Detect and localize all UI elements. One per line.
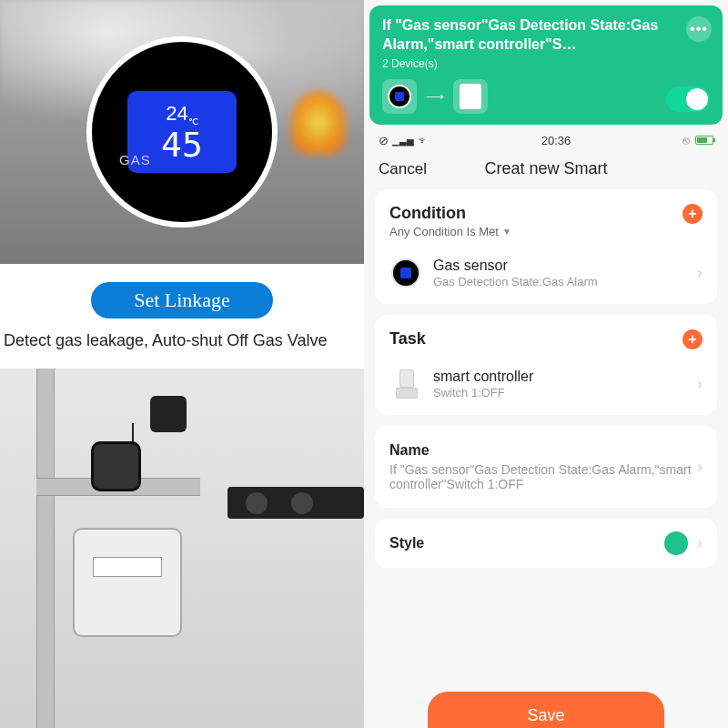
controller-icon: [389, 368, 422, 400]
condition-item[interactable]: Gas sensor Gas Detection State:Gas Alarm…: [389, 251, 703, 289]
add-condition-button[interactable]: +: [682, 204, 703, 224]
flame-bg: [291, 91, 346, 155]
condition-item-detail: Gas Detection State:Gas Alarm: [433, 275, 686, 288]
link-arrow-icon: ⟶: [426, 89, 444, 104]
status-time: 20:36: [541, 134, 571, 147]
nav-title: Creat new Smart: [484, 159, 607, 178]
set-linkage-button[interactable]: Set Linkage: [91, 282, 273, 318]
task-item-detail: Switch 1:OFF: [433, 386, 686, 399]
condition-mode-label: Any Condition Is Met: [389, 225, 499, 238]
pipe-vertical: [36, 369, 55, 728]
condition-mode-selector[interactable]: Any Condition Is Met ▼: [389, 225, 511, 238]
gas-reading: 45: [161, 127, 203, 162]
task-card: Task + smart controller Switch 1:OFF ›: [375, 315, 717, 415]
banner-sensor-icon: [382, 79, 417, 114]
style-row[interactable]: Style ›: [375, 519, 717, 568]
signal-icon: ▁▃▅: [392, 136, 414, 146]
automation-toggle[interactable]: [666, 86, 710, 112]
style-color-swatch: [664, 531, 688, 555]
name-value: If "Gas sensor"Gas Detection State:Gas A…: [389, 462, 697, 491]
condition-card: Condition Any Condition Is Met ▼ + Gas s…: [375, 189, 717, 304]
chevron-right-icon: ›: [697, 458, 703, 476]
name-row[interactable]: Name If "Gas sensor"Gas Detection State:…: [375, 426, 717, 508]
caption-text: Detect gas leakage, Auto-shut Off Gas Va…: [0, 331, 364, 350]
banner-device-row: ⟶: [382, 79, 710, 114]
valve-actuator: [91, 441, 141, 491]
automation-banner[interactable]: If "Gas sensor"Gas Detection State:Gas A…: [369, 5, 723, 125]
stove: [228, 487, 364, 519]
chevron-right-icon: ›: [697, 534, 703, 552]
style-label: Style: [389, 535, 424, 551]
chevron-right-icon: ›: [697, 375, 703, 393]
gas-sensor-icon: [389, 257, 422, 289]
gas-meter: [73, 528, 182, 637]
banner-title: If "Gas sensor"Gas Detection State:Gas A…: [382, 16, 710, 55]
condition-item-name: Gas sensor: [433, 258, 686, 274]
installation-scene: [0, 369, 364, 728]
task-item[interactable]: smart controller Switch 1:OFF ›: [389, 362, 703, 400]
save-button[interactable]: Save: [428, 692, 664, 728]
banner-subtitle: 2 Device(s): [382, 57, 710, 70]
add-task-button[interactable]: +: [682, 329, 703, 349]
wifi-icon: ᯤ: [418, 134, 430, 147]
save-bar: Save: [364, 686, 728, 728]
task-item-name: smart controller: [433, 369, 686, 385]
app-screen: If "Gas sensor"Gas Detection State:Gas A…: [364, 0, 728, 728]
name-label: Name: [389, 442, 697, 459]
gas-label: GAS: [119, 152, 151, 167]
chevron-right-icon: ›: [697, 264, 703, 282]
more-icon[interactable]: •••: [686, 16, 712, 42]
temp-number: 24: [166, 102, 187, 125]
product-hero: 24℃ 45 GAS: [0, 0, 364, 264]
task-title: Task: [389, 329, 426, 349]
wall-plug: [150, 396, 187, 432]
condition-title: Condition: [389, 204, 511, 223]
toggle-knob: [686, 88, 708, 110]
battery-icon: [695, 136, 713, 145]
status-bar: ⊘ ▁▃▅ ᯤ 20:36 ⎋: [364, 125, 728, 157]
gas-sensor-device: 24℃ 45 GAS: [86, 36, 278, 228]
chevron-down-icon: ▼: [502, 227, 511, 237]
banner-controller-icon: [453, 79, 488, 114]
bluetooth-icon: ⎋: [682, 134, 690, 147]
left-panel: 24℃ 45 GAS Set Linkage Detect gas leakag…: [0, 0, 364, 728]
cancel-button[interactable]: Cancel: [379, 160, 427, 178]
content-scroll[interactable]: Condition Any Condition Is Met ▼ + Gas s…: [364, 189, 728, 686]
nav-bar: Cancel Creat new Smart: [364, 157, 728, 189]
no-sim-icon: ⊘: [379, 134, 389, 147]
temperature-value: 24℃: [166, 102, 197, 126]
